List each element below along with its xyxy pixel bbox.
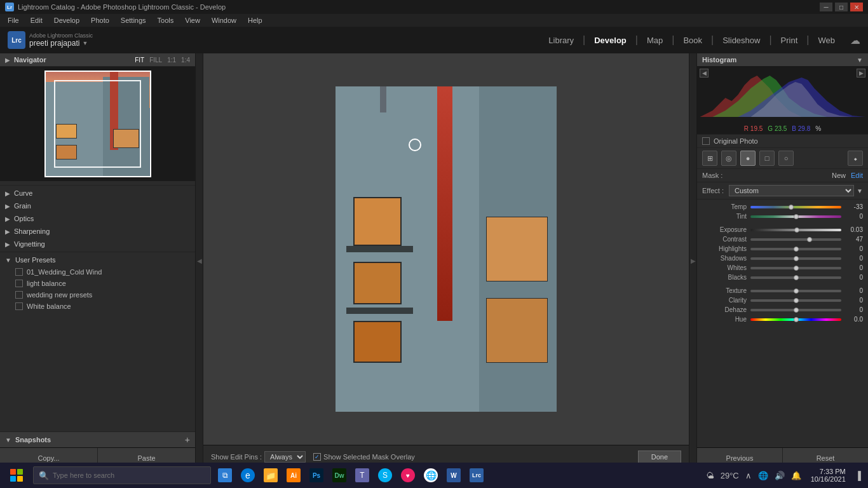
taskbar-lightroom[interactable]: Lrc bbox=[466, 463, 487, 488]
texture-track[interactable] bbox=[750, 290, 841, 292]
nav-library[interactable]: Library bbox=[539, 33, 583, 48]
taskbar-photoshop[interactable]: Ps bbox=[306, 463, 327, 488]
menu-photo[interactable]: Photo bbox=[86, 15, 114, 25]
menu-settings[interactable]: Settings bbox=[116, 15, 151, 25]
mask-new-button[interactable]: New bbox=[832, 172, 846, 179]
right-panel-collapse[interactable]: ▶ bbox=[689, 53, 696, 468]
whites-track[interactable] bbox=[750, 267, 841, 269]
contrast-thumb[interactable] bbox=[807, 237, 812, 242]
size-1-4[interactable]: 1:4 bbox=[181, 57, 190, 64]
minimize-button[interactable]: ─ bbox=[820, 3, 832, 11]
histogram-header[interactable]: Histogram ▼ bbox=[697, 53, 868, 66]
show-desktop-icon[interactable]: ▐ bbox=[853, 471, 863, 480]
section-optics[interactable]: ▶ Optics bbox=[0, 212, 195, 225]
nav-develop[interactable]: Develop bbox=[585, 33, 635, 48]
nav-map[interactable]: Map bbox=[638, 33, 672, 48]
rect-mask-icon[interactable]: □ bbox=[759, 151, 775, 166]
snapshots-header[interactable]: ▼ Snapshots + bbox=[0, 431, 195, 447]
size-fill[interactable]: FILL bbox=[149, 57, 162, 64]
tray-speaker-icon[interactable]: 🔊 bbox=[773, 471, 787, 480]
edit-pins-select[interactable]: Always bbox=[264, 451, 306, 463]
taskbar-teams[interactable]: T bbox=[352, 463, 372, 488]
menu-edit[interactable]: Edit bbox=[25, 15, 48, 25]
exposure-thumb[interactable] bbox=[794, 227, 799, 233]
circle-mask-icon[interactable]: ○ bbox=[778, 151, 794, 166]
navigator-toggle-icon[interactable]: ▶ bbox=[5, 57, 10, 64]
done-button[interactable]: Done bbox=[638, 451, 681, 463]
cloud-sync-icon[interactable]: ☁ bbox=[850, 34, 860, 46]
effect-select[interactable]: Custom bbox=[729, 185, 854, 196]
navigator-header[interactable]: ▶ Navigator FIT FILL 1:1 1:4 bbox=[0, 53, 195, 67]
taskbar-illustrator[interactable]: Ai bbox=[283, 463, 304, 488]
taskbar-task-view[interactable]: ⧉ bbox=[215, 463, 235, 488]
size-fit[interactable]: FIT bbox=[135, 57, 144, 64]
color-range-icon[interactable]: ⬥ bbox=[848, 151, 863, 166]
hue-thumb[interactable] bbox=[794, 317, 799, 322]
original-photo-checkbox[interactable] bbox=[702, 137, 710, 145]
nav-print[interactable]: Print bbox=[772, 33, 807, 48]
shadows-track[interactable] bbox=[750, 257, 841, 260]
tint-track[interactable] bbox=[750, 215, 841, 218]
whites-thumb[interactable] bbox=[794, 266, 799, 271]
menu-help[interactable]: Help bbox=[243, 15, 268, 25]
grid-mask-icon[interactable]: ⊞ bbox=[702, 151, 717, 166]
temp-thumb[interactable] bbox=[789, 205, 794, 210]
exposure-track[interactable] bbox=[750, 229, 841, 231]
texture-thumb[interactable] bbox=[794, 288, 799, 294]
clarity-thumb[interactable] bbox=[794, 298, 799, 303]
nav-slideshow[interactable]: Slideshow bbox=[714, 33, 769, 48]
nav-book[interactable]: Book bbox=[674, 33, 711, 48]
blacks-track[interactable] bbox=[750, 276, 841, 279]
mask-overlay-checkbox[interactable]: ✓ bbox=[313, 453, 321, 461]
highlights-thumb[interactable] bbox=[794, 247, 799, 252]
mask-edit-button[interactable]: Edit bbox=[851, 172, 863, 179]
tray-chevron[interactable]: ∧ bbox=[743, 471, 754, 480]
taskbar-dreamweaver[interactable]: Dw bbox=[329, 463, 349, 488]
section-user-presets[interactable]: ▼ User Presets bbox=[0, 254, 195, 266]
section-curve[interactable]: ▶ Curve bbox=[0, 187, 195, 200]
datetime-display[interactable]: 7:33 PM 10/16/2021 bbox=[806, 468, 851, 483]
close-button[interactable]: ✕ bbox=[850, 3, 863, 11]
highlight-clipping-icon[interactable]: ▶ bbox=[857, 69, 865, 78]
preset-item-white-balance[interactable]: White balance bbox=[0, 301, 195, 312]
preset-item-wedding-new[interactable]: wedding new presets bbox=[0, 289, 195, 301]
highlights-track[interactable] bbox=[750, 248, 841, 250]
search-input[interactable] bbox=[53, 471, 205, 479]
menu-file[interactable]: File bbox=[3, 15, 24, 25]
maximize-button[interactable]: □ bbox=[835, 3, 848, 11]
section-grain[interactable]: ▶ Grain bbox=[0, 200, 195, 212]
start-button[interactable] bbox=[3, 463, 31, 488]
preset-item-wedding-cold-wind[interactable]: 01_Wedding_Cold Wind bbox=[0, 266, 195, 278]
section-sharpening[interactable]: ▶ Sharpening bbox=[0, 225, 195, 238]
menu-tools[interactable]: Tools bbox=[153, 15, 179, 25]
titlebar-controls[interactable]: ─ □ ✕ bbox=[820, 3, 863, 11]
size-1-1[interactable]: 1:1 bbox=[167, 57, 176, 64]
nav-web[interactable]: Web bbox=[810, 33, 844, 48]
preset-item-light-balance[interactable]: light balance bbox=[0, 278, 195, 289]
search-bar[interactable]: 🔍 bbox=[33, 466, 211, 484]
taskbar-explorer[interactable]: 📁 bbox=[261, 463, 281, 488]
mask-pin[interactable] bbox=[409, 139, 421, 151]
dehaze-thumb[interactable] bbox=[794, 308, 799, 313]
taskbar-word[interactable]: W bbox=[444, 463, 464, 488]
blacks-thumb[interactable] bbox=[794, 275, 799, 280]
shadows-thumb[interactable] bbox=[794, 256, 799, 261]
contrast-track[interactable] bbox=[750, 238, 841, 241]
taskbar-chrome[interactable]: 🌐 bbox=[421, 463, 441, 488]
clarity-track[interactable] bbox=[750, 299, 841, 302]
radial-mask-icon[interactable]: ◎ bbox=[721, 151, 736, 166]
tray-network-icon[interactable]: 🌐 bbox=[756, 471, 770, 480]
taskbar-skype[interactable]: S bbox=[375, 463, 395, 488]
left-panel-collapse[interactable]: ◀ bbox=[196, 53, 203, 468]
taskbar-edge[interactable]: e bbox=[238, 463, 258, 488]
tray-notification-icon[interactable]: 🔔 bbox=[789, 471, 803, 480]
temp-track[interactable] bbox=[750, 206, 841, 208]
menu-view[interactable]: View bbox=[180, 15, 205, 25]
tint-thumb[interactable] bbox=[794, 214, 799, 219]
section-vignetting[interactable]: ▶ Vignetting bbox=[0, 238, 195, 250]
dehaze-track[interactable] bbox=[750, 309, 841, 311]
snapshots-add-icon[interactable]: + bbox=[185, 435, 190, 445]
taskbar-something[interactable]: ♥ bbox=[398, 463, 418, 488]
hue-track[interactable] bbox=[750, 318, 841, 321]
menu-develop[interactable]: Develop bbox=[49, 15, 85, 25]
